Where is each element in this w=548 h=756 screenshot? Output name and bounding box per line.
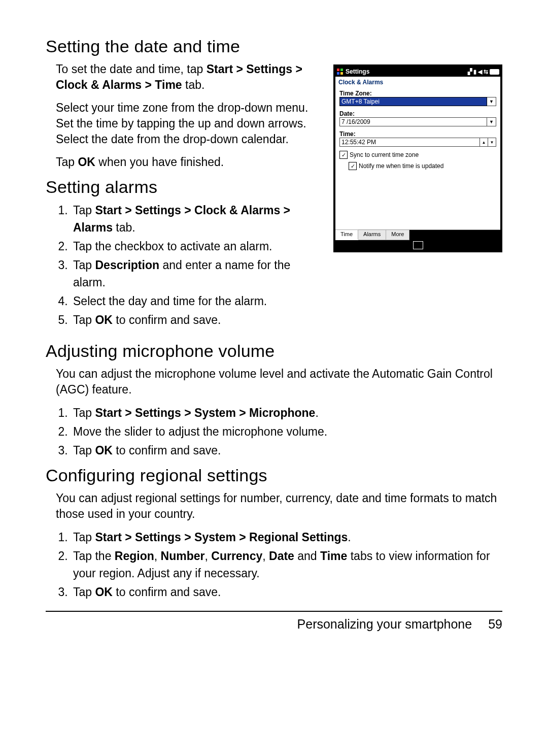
window-titlebar: Settings ▞ ▮ ◀ ⇆ ok xyxy=(335,67,500,77)
tab-more[interactable]: More xyxy=(386,230,409,240)
keyboard-icon[interactable] xyxy=(413,241,423,249)
microphone-steps: Tap Start > Settings > System > Micropho… xyxy=(46,405,502,459)
footer-title: Personalizing your smartphone xyxy=(297,617,472,632)
list-item: Select the day and time for the alarm. xyxy=(71,293,502,310)
app-header: Clock & Alarms xyxy=(335,77,500,88)
svg-rect-1 xyxy=(340,69,343,71)
page-number: 59 xyxy=(488,617,502,632)
microphone-paragraph: You can adjust the microphone volume lev… xyxy=(46,366,502,398)
dropdown-icon[interactable]: ▼ xyxy=(487,97,496,106)
screenshot-clock-alarms: Settings ▞ ▮ ◀ ⇆ ok Clock & Alarms Time … xyxy=(333,64,502,252)
list-item: Tap OK to confirm and save. xyxy=(71,442,502,459)
notify-label: Notify me when time is updated xyxy=(359,162,443,170)
list-item: Tap Description and enter a name for the… xyxy=(71,257,502,291)
timezone-label: Time Zone: xyxy=(339,90,496,97)
sync-label: Sync to current time zone xyxy=(350,151,419,158)
spin-down-icon[interactable]: ▼ xyxy=(488,138,496,147)
time-label: Time: xyxy=(339,130,496,138)
regional-steps: Tap Start > Settings > System > Regional… xyxy=(46,529,502,601)
volume-icon: ◀ xyxy=(478,69,482,75)
battery-icon: ▮ xyxy=(473,69,476,75)
time-field[interactable] xyxy=(339,138,480,147)
date-label: Date: xyxy=(339,110,496,117)
spin-up-icon[interactable]: ▲ xyxy=(480,138,488,147)
list-item: Tap OK to confirm and save. xyxy=(71,584,502,601)
network-icon: ⇆ xyxy=(484,69,488,75)
date-field[interactable] xyxy=(339,117,487,126)
regional-paragraph: You can adjust regional settings for num… xyxy=(46,490,502,522)
list-item: Move the slider to adjust the microphone… xyxy=(71,423,502,440)
signal-icon: ▞ xyxy=(468,69,472,75)
heading-regional: Configuring regional settings xyxy=(46,466,502,485)
list-item: Tap the Region, Number, Currency, Date a… xyxy=(71,548,502,582)
sync-checkbox[interactable]: ✓ xyxy=(339,151,348,159)
windows-flag-icon xyxy=(336,68,344,75)
svg-rect-2 xyxy=(337,72,339,75)
list-item: Tap Start > Settings > System > Micropho… xyxy=(71,405,502,421)
sip-bar xyxy=(335,240,500,250)
tab-alarms[interactable]: Alarms xyxy=(358,230,386,240)
svg-rect-0 xyxy=(337,69,339,71)
list-item: Tap OK to confirm and save. xyxy=(71,312,502,328)
ok-button[interactable]: ok xyxy=(490,69,499,75)
tab-bar: Time Alarms More xyxy=(335,229,500,240)
heading-date-time: Setting the date and time xyxy=(46,37,502,56)
dropdown-icon[interactable]: ▼ xyxy=(487,117,496,126)
list-item: Tap Start > Settings > System > Regional… xyxy=(71,529,502,546)
heading-microphone: Adjusting microphone volume xyxy=(46,341,502,361)
notify-checkbox[interactable]: ✓ xyxy=(349,162,357,170)
svg-rect-3 xyxy=(340,72,343,75)
tab-time[interactable]: Time xyxy=(335,229,358,240)
timezone-select[interactable] xyxy=(339,97,487,106)
footer-rule xyxy=(46,611,502,612)
window-title: Settings xyxy=(346,68,369,75)
